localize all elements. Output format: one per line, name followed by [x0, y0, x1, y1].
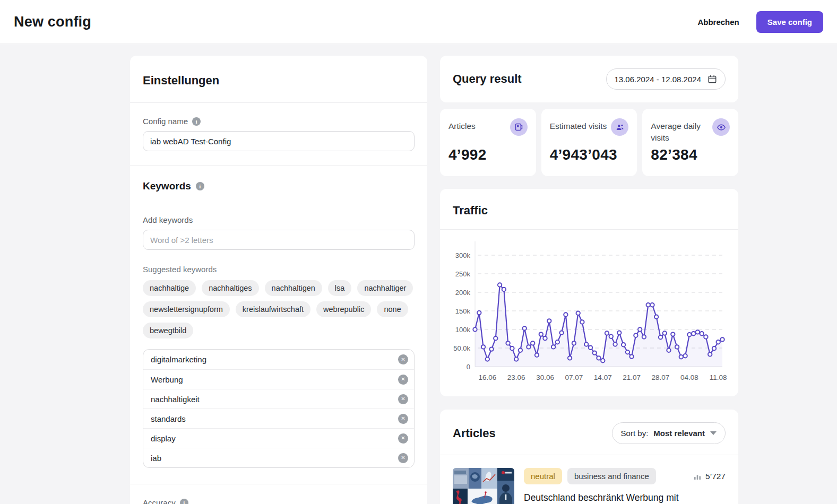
main-content: Einstellungen Config name Keywords Add k…: [130, 56, 837, 504]
config-name-section: Config name: [130, 103, 427, 165]
suggested-keyword-chip[interactable]: bewegtbild: [143, 323, 193, 338]
traffic-chart: 050.0k100k150k200k250k300k16.0623.0630.0…: [442, 236, 732, 391]
remove-keyword-button[interactable]: [398, 453, 408, 463]
results-column: Query result 13.06.2024 - 12.08.2024 Art…: [440, 56, 738, 504]
cancel-button[interactable]: Abbrechen: [694, 17, 742, 27]
suggested-keyword-chip[interactable]: nachhaltiger: [357, 280, 413, 296]
remove-keyword-button[interactable]: [398, 433, 408, 444]
stat-card-articles: Articles 4’992: [440, 109, 536, 176]
people-icon: [611, 118, 628, 136]
add-keywords-label: Add keywords: [143, 215, 415, 224]
stat-label: Estimated visits: [550, 118, 607, 132]
svg-text:16.06: 16.06: [478, 373, 496, 381]
svg-text:28.07: 28.07: [652, 373, 670, 381]
svg-text:300k: 300k: [455, 251, 471, 259]
svg-text:250k: 250k: [455, 270, 471, 278]
suggested-keyword-chip[interactable]: kreislaufwirtschaft: [236, 301, 310, 317]
calendar-icon: [707, 74, 717, 84]
accuracy-label: Accuracy: [143, 498, 176, 504]
top-bar: New config Abbrechen Save config: [0, 0, 837, 44]
chevron-down-icon: [710, 431, 717, 435]
keyword-row: Werbung: [143, 369, 414, 389]
svg-text:14.07: 14.07: [594, 373, 612, 381]
svg-text:04.08: 04.08: [680, 373, 698, 381]
traffic-panel: Traffic 050.0k100k150k200k250k300k16.062…: [440, 189, 738, 396]
svg-text:21.07: 21.07: [623, 373, 641, 381]
info-icon[interactable]: [192, 117, 201, 126]
keyword-row: digitalmarketing: [143, 350, 414, 369]
info-icon[interactable]: [180, 499, 188, 504]
articles-title: Articles: [453, 427, 496, 440]
remove-keyword-button[interactable]: [398, 354, 408, 364]
sort-value: Most relevant: [653, 429, 705, 438]
query-result-title: Query result: [453, 72, 522, 86]
category-badge: business and finance: [567, 468, 656, 484]
stat-label: Average daily visits: [651, 118, 709, 143]
settings-panel: Einstellungen Config name Keywords Add k…: [130, 56, 427, 504]
suggested-keywords-label: Suggested keywords: [143, 265, 415, 274]
sort-dropdown[interactable]: Sort by: Most relevant: [612, 422, 726, 444]
keyword-row: iab: [143, 448, 414, 467]
settings-title: Einstellungen: [130, 56, 427, 102]
keywords-section: Keywords Add keywords Suggested keywords…: [130, 166, 427, 484]
stat-value: 4’943’043: [550, 146, 629, 163]
stat-label: Articles: [448, 118, 476, 132]
keyword-row: nachhaltigkeit: [143, 389, 414, 409]
page-title: New config: [14, 14, 91, 30]
selected-keywords-list: digitalmarketing Werbung nachhaltigkeit …: [143, 349, 415, 468]
remove-keyword-button[interactable]: [398, 375, 408, 385]
keyword-label: digitalmarketing: [151, 355, 206, 364]
suggested-keyword-chip[interactable]: nachhaltige: [143, 280, 196, 296]
sentiment-badge: neutral: [524, 468, 562, 484]
suggested-keyword-chip[interactable]: newslettersignupform: [143, 301, 230, 317]
suggested-keyword-chip[interactable]: nachhaltiges: [202, 280, 258, 296]
keyword-label: iab: [151, 454, 161, 463]
date-range-picker[interactable]: 13.06.2024 - 12.08.2024: [606, 68, 726, 90]
keyword-row: standards: [143, 409, 414, 428]
svg-text:0: 0: [467, 363, 470, 371]
traffic-title: Traffic: [453, 204, 726, 218]
svg-text:50.0k: 50.0k: [453, 344, 470, 352]
svg-text:07.07: 07.07: [565, 373, 583, 381]
suggested-keyword-chip[interactable]: nachhaltigen: [265, 280, 322, 296]
keyword-row: display: [143, 428, 414, 448]
article-icon: [510, 118, 528, 136]
sort-label: Sort by:: [621, 429, 649, 438]
article-visits: 5’727: [705, 472, 726, 481]
svg-text:100k: 100k: [455, 326, 471, 334]
article-list-item[interactable]: neutral business and finance 5’727 Deuts…: [440, 455, 738, 504]
config-name-label: Config name: [143, 117, 188, 126]
suggested-keyword-chip[interactable]: none: [377, 301, 408, 317]
articles-panel: Articles Sort by: Most relevant: [440, 410, 738, 504]
config-name-input[interactable]: [143, 131, 415, 151]
query-result-panel: Query result 13.06.2024 - 12.08.2024: [440, 56, 738, 102]
stat-card-average-daily-visits: Average daily visits 82’384: [642, 109, 738, 176]
svg-text:150k: 150k: [455, 307, 471, 315]
keyword-label: nachhaltigkeit: [151, 395, 200, 404]
keyword-label: Werbung: [151, 375, 183, 384]
accuracy-section: Accuracy 95%: [130, 484, 427, 504]
suggested-keyword-chip[interactable]: webrepublic: [316, 301, 371, 317]
remove-keyword-button[interactable]: [398, 414, 408, 424]
date-range-value: 13.06.2024 - 12.08.2024: [615, 75, 701, 84]
bar-chart-icon: [694, 473, 701, 480]
stats-row: Articles 4’992 Estimated v: [440, 109, 738, 176]
add-keywords-input[interactable]: [143, 230, 415, 250]
save-config-button[interactable]: Save config: [756, 11, 823, 33]
svg-text:11.08: 11.08: [710, 373, 727, 381]
svg-text:23.06: 23.06: [507, 373, 525, 381]
svg-text:200k: 200k: [455, 289, 471, 297]
article-thumbnail: [453, 468, 514, 504]
info-icon[interactable]: [196, 182, 204, 190]
stat-value: 4’992: [448, 146, 528, 163]
suggested-keyword-chip[interactable]: lsa: [328, 280, 352, 296]
stat-card-estimated-visits: Estimated visits 4’943’043: [541, 109, 637, 176]
eye-icon: [712, 118, 730, 136]
svg-text:30.06: 30.06: [536, 373, 554, 381]
remove-keyword-button[interactable]: [398, 394, 408, 404]
stat-value: 82’384: [651, 146, 730, 163]
keywords-title: Keywords: [143, 180, 191, 192]
article-title[interactable]: Deutschland beschränkt Werbung mit „klim…: [524, 492, 726, 504]
top-bar-actions: Abbrechen Save config: [694, 11, 823, 33]
suggested-keywords-list: nachhaltige nachhaltiges nachhaltigen ls…: [143, 280, 415, 338]
